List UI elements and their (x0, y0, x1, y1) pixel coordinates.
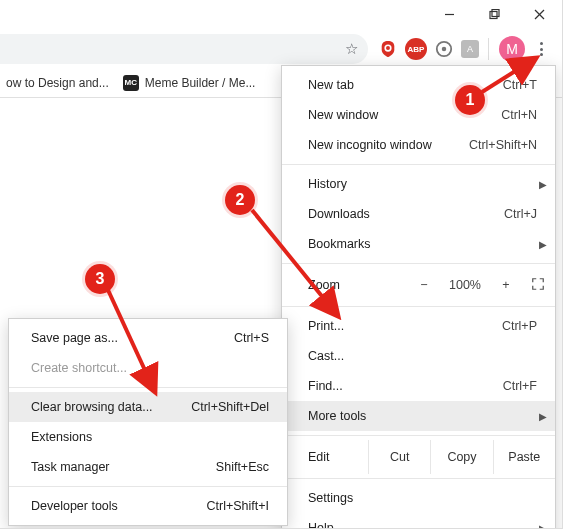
svg-point-8 (442, 47, 447, 52)
browser-toolbar: ☆ ABP A M (0, 32, 553, 66)
menu-edit-row: Edit Cut Copy Paste (282, 440, 555, 474)
chrome-main-menu: New tab Ctrl+T New window Ctrl+N New inc… (281, 65, 556, 529)
fullscreen-icon[interactable] (531, 277, 545, 294)
step-badge-2: 2 (225, 185, 255, 215)
bookmark-favicon: MC (123, 75, 139, 91)
maximize-button[interactable] (472, 0, 517, 28)
extension-ublock-icon[interactable] (377, 38, 399, 60)
profile-avatar[interactable]: M (499, 36, 525, 62)
menu-separator (282, 435, 555, 436)
menu-zoom-row: Zoom − 100% + (282, 268, 555, 302)
menu-separator (282, 478, 555, 479)
close-button[interactable] (517, 0, 562, 28)
menu-downloads[interactable]: Downloads Ctrl+J (282, 199, 555, 229)
menu-separator (282, 164, 555, 165)
menu-new-window[interactable]: New window Ctrl+N (282, 100, 555, 130)
submenu-developer-tools[interactable]: Developer tools Ctrl+Shift+I (9, 491, 287, 521)
chevron-right-icon: ▶ (539, 179, 547, 190)
menu-new-tab[interactable]: New tab Ctrl+T (282, 70, 555, 100)
zoom-out-button[interactable]: − (413, 278, 435, 292)
menu-new-incognito[interactable]: New incognito window Ctrl+Shift+N (282, 130, 555, 160)
chrome-menu-button[interactable] (529, 35, 553, 63)
menu-help[interactable]: Help ▶ (282, 513, 555, 529)
menu-history[interactable]: History ▶ (282, 169, 555, 199)
extension-generic-icon[interactable] (433, 38, 455, 60)
submenu-extensions[interactable]: Extensions (9, 422, 287, 452)
bookmark-title: ow to Design and... (6, 76, 109, 90)
window-controls (427, 0, 562, 28)
extension-adblockplus-icon[interactable]: ABP (405, 38, 427, 60)
bookmark-star-icon[interactable]: ☆ (345, 40, 358, 58)
submenu-save-page[interactable]: Save page as... Ctrl+S (9, 323, 287, 353)
zoom-label: Zoom (308, 278, 413, 292)
zoom-in-button[interactable]: + (495, 278, 517, 292)
step-badge-3: 3 (85, 264, 115, 294)
svg-rect-2 (492, 9, 499, 16)
submenu-clear-browsing-data[interactable]: Clear browsing data... Ctrl+Shift+Del (9, 392, 287, 422)
menu-print[interactable]: Print... Ctrl+P (282, 311, 555, 341)
bookmark-item[interactable]: MC Meme Builder / Me... (123, 75, 256, 91)
edit-paste-button[interactable]: Paste (493, 440, 555, 474)
menu-more-tools[interactable]: More tools ▶ (282, 401, 555, 431)
edit-label: Edit (308, 450, 368, 464)
menu-find[interactable]: Find... Ctrl+F (282, 371, 555, 401)
submenu-task-manager[interactable]: Task manager Shift+Esc (9, 452, 287, 482)
chevron-right-icon: ▶ (539, 523, 547, 530)
menu-separator (282, 263, 555, 264)
chevron-right-icon: ▶ (539, 239, 547, 250)
svg-point-6 (386, 46, 390, 50)
chevron-right-icon: ▶ (539, 411, 547, 422)
menu-cast[interactable]: Cast... (282, 341, 555, 371)
zoom-value: 100% (449, 278, 481, 292)
submenu-separator (9, 486, 287, 487)
submenu-separator (9, 387, 287, 388)
bookmark-item[interactable]: ow to Design and... (6, 76, 109, 90)
submenu-create-shortcut[interactable]: Create shortcut... (9, 353, 287, 383)
edit-copy-button[interactable]: Copy (430, 440, 492, 474)
more-tools-submenu: Save page as... Ctrl+S Create shortcut..… (8, 318, 288, 526)
extension-awesome-icon[interactable]: A (461, 40, 479, 58)
menu-settings[interactable]: Settings (282, 483, 555, 513)
step-badge-1: 1 (455, 85, 485, 115)
menu-separator (282, 306, 555, 307)
menu-bookmarks[interactable]: Bookmarks ▶ (282, 229, 555, 259)
toolbar-separator (488, 38, 489, 60)
address-bar[interactable]: ☆ (0, 34, 368, 64)
minimize-button[interactable] (427, 0, 472, 28)
bookmark-title: Meme Builder / Me... (145, 76, 256, 90)
edit-cut-button[interactable]: Cut (368, 440, 430, 474)
svg-rect-1 (490, 11, 497, 18)
